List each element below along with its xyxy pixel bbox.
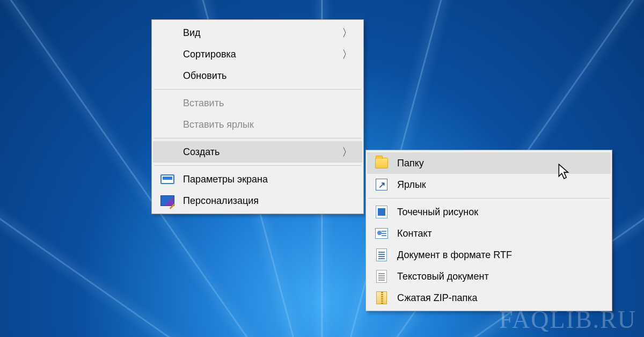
menu-item-label: Персонализация (183, 195, 353, 207)
menu-item-label: Сортировка (183, 49, 320, 60)
new-submenu: Папку ↗ Ярлык Точечный рисунок Контакт Д… (365, 150, 612, 311)
menu-item-label: Обновить (183, 70, 353, 82)
menu-separator (154, 89, 361, 90)
submenu-arrow-icon: 〉 (342, 47, 353, 62)
personalize-icon (160, 194, 174, 208)
menu-item-label: Папку (397, 158, 601, 169)
submenu-item-contact[interactable]: Контакт (367, 223, 611, 244)
submenu-item-folder[interactable]: Папку (367, 152, 611, 174)
submenu-item-rtf[interactable]: Документ в формате RTF (367, 244, 611, 266)
menu-item-label: Вид (183, 27, 320, 39)
menu-item-paste-shortcut: Вставить ярлык (153, 114, 362, 135)
menu-item-personalize[interactable]: Персонализация (153, 190, 362, 211)
menu-item-label: Ярлык (397, 179, 601, 191)
submenu-item-bitmap[interactable]: Точечный рисунок (367, 201, 611, 223)
zip-folder-icon (375, 291, 389, 305)
menu-item-label: Создать (183, 146, 320, 158)
menu-item-view[interactable]: Вид 〉 (153, 22, 362, 43)
menu-item-label: Документ в формате RTF (397, 250, 601, 261)
menu-item-label: Контакт (397, 228, 601, 239)
submenu-arrow-icon: 〉 (342, 26, 353, 40)
submenu-item-shortcut[interactable]: ↗ Ярлык (367, 174, 611, 195)
submenu-item-text[interactable]: Текстовый документ (367, 266, 611, 287)
menu-item-label: Вставить (183, 98, 353, 109)
menu-item-refresh[interactable]: Обновить (153, 65, 362, 86)
display-settings-icon (160, 172, 174, 186)
bitmap-icon (375, 205, 389, 219)
contact-icon (375, 226, 389, 240)
menu-item-display-settings[interactable]: Параметры экрана (153, 169, 362, 190)
folder-icon (375, 156, 389, 170)
menu-separator (368, 198, 610, 199)
shortcut-icon: ↗ (375, 178, 389, 192)
menu-separator (154, 138, 361, 138)
submenu-arrow-icon: 〉 (342, 145, 353, 159)
menu-item-label: Текстовый документ (397, 271, 601, 282)
menu-separator (154, 165, 361, 166)
menu-item-label: Сжатая ZIP-папка (397, 292, 601, 304)
rtf-document-icon (375, 248, 389, 262)
menu-item-paste: Вставить (153, 92, 362, 114)
menu-item-new[interactable]: Создать 〉 (153, 141, 362, 163)
text-document-icon (375, 269, 389, 283)
menu-item-label: Точечный рисунок (397, 207, 601, 218)
menu-item-label: Вставить ярлык (183, 119, 353, 130)
menu-item-label: Параметры экрана (183, 174, 353, 185)
menu-item-sort[interactable]: Сортировка 〉 (153, 43, 362, 65)
desktop-context-menu: Вид 〉 Сортировка 〉 Обновить Вставить Вст… (151, 19, 364, 214)
submenu-item-zip[interactable]: Сжатая ZIP-папка (367, 287, 611, 309)
